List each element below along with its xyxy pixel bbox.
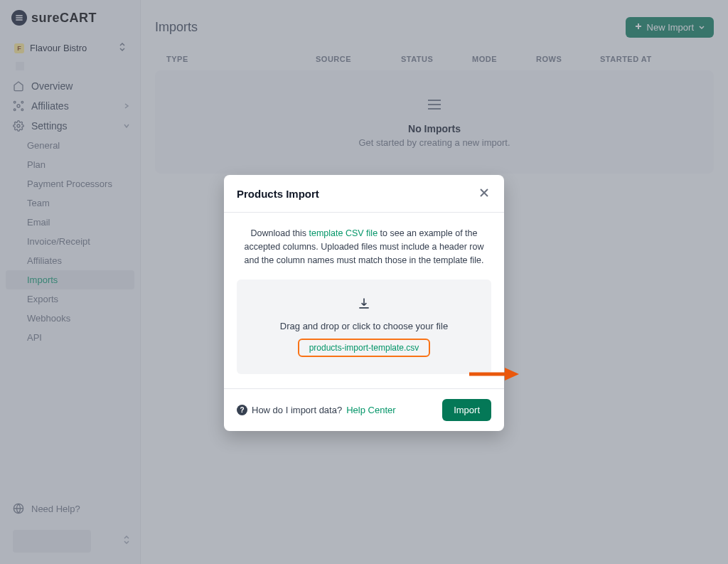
modal-header: Products Import bbox=[224, 175, 504, 213]
products-import-modal: Products Import Download this template C… bbox=[224, 175, 504, 431]
footer-question: How do I import data? bbox=[252, 405, 342, 415]
svg-marker-8 bbox=[505, 368, 519, 381]
footer-help: ? How do I import data? Help Center bbox=[237, 405, 396, 415]
arrow-annotation bbox=[468, 366, 519, 385]
drop-text: Drag and drop or click to choose your fi… bbox=[254, 321, 474, 331]
help-text: Download this template CSV file to see a… bbox=[237, 227, 491, 267]
template-link[interactable]: template CSV file bbox=[309, 228, 378, 238]
close-icon bbox=[479, 188, 489, 200]
help-pre: Download this bbox=[251, 228, 309, 238]
selected-file-chip: products-import-template.csv bbox=[298, 339, 431, 357]
modal-body: Download this template CSV file to see a… bbox=[224, 213, 504, 388]
question-icon: ? bbox=[237, 405, 247, 415]
help-center-link[interactable]: Help Center bbox=[346, 405, 395, 415]
close-button[interactable] bbox=[477, 186, 491, 201]
download-icon bbox=[254, 297, 474, 314]
import-button[interactable]: Import bbox=[442, 399, 491, 421]
file-drop-zone[interactable]: Drag and drop or click to choose your fi… bbox=[237, 280, 491, 374]
modal-title: Products Import bbox=[237, 188, 319, 200]
modal-footer: ? How do I import data? Help Center Impo… bbox=[224, 388, 504, 431]
